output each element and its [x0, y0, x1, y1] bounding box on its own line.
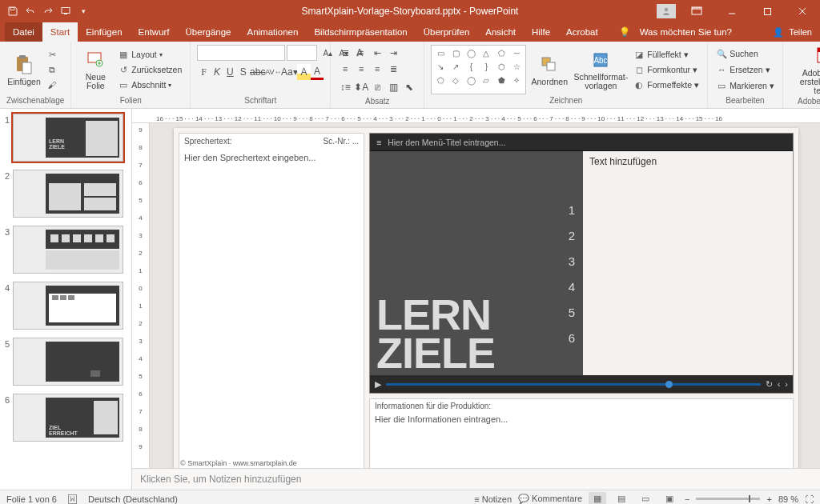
align-center-icon[interactable]: ≡: [353, 61, 369, 77]
thumb-6[interactable]: 6 ZIEL ERREICHT: [2, 394, 128, 442]
columns-icon[interactable]: ▥: [385, 79, 401, 95]
smartart-icon[interactable]: ⬉: [401, 79, 417, 95]
tab-file[interactable]: Datei: [5, 22, 42, 42]
numbering-icon[interactable]: ≡: [353, 45, 369, 61]
tab-slideshow[interactable]: Bildschirmpräsentation: [306, 22, 415, 42]
shape-outline-button[interactable]: ◻Formkontur ▾: [632, 62, 701, 77]
copy-button[interactable]: ⧉: [45, 62, 59, 77]
qat-dropdown-icon[interactable]: ▾: [75, 3, 91, 19]
fit-to-window-icon[interactable]: ⛶: [805, 494, 814, 504]
zoom-in-icon[interactable]: +: [766, 494, 771, 504]
tell-me[interactable]: Was möchten Sie tun?: [638, 22, 740, 42]
new-slide-button[interactable]: Neue Folie: [78, 45, 113, 94]
thumb-3[interactable]: 3: [2, 226, 128, 274]
format-painter-button[interactable]: 🖌: [45, 78, 59, 92]
slide-canvas[interactable]: Sprechertext:Sc.-Nr.: ... Hier den Sprec…: [150, 123, 820, 468]
select-button[interactable]: ▭Markieren ▾: [714, 78, 776, 94]
preview-menu-bar[interactable]: ≡Hier den Menü-Titel eintragen...: [370, 134, 793, 151]
sorter-view-icon[interactable]: ▤: [613, 492, 630, 505]
thumb-1[interactable]: 1 LERN ZIELE: [2, 114, 128, 162]
underline-button[interactable]: U: [223, 64, 236, 80]
clipboard-mini: ✂ ⧉ 🖌: [45, 45, 59, 94]
tab-help[interactable]: Hilfe: [524, 22, 558, 42]
reset-button[interactable]: ↺Zurücksetzen: [116, 62, 183, 77]
bullets-icon[interactable]: ≣: [337, 45, 353, 61]
shape-fill-button[interactable]: ◪Fülleffekt ▾: [632, 47, 701, 62]
zoom-out-icon[interactable]: −: [685, 494, 689, 504]
thumb-2[interactable]: 2: [2, 170, 128, 218]
account-icon[interactable]: [657, 4, 676, 18]
group-font: A▴ A▾ A̷ F K U S abc AV↔ Aa▾ A A Schrift…: [191, 42, 331, 108]
comments-toggle[interactable]: 💬 Kommentare: [518, 494, 582, 504]
font-family-select[interactable]: [197, 45, 285, 61]
thumb-5[interactable]: 5: [2, 338, 128, 386]
adobe-pdf-button[interactable]: Adobe PDF erstellen und teilen: [790, 45, 820, 95]
zoom-slider[interactable]: [696, 498, 760, 500]
layout-button[interactable]: ▦Layout ▾: [116, 47, 183, 62]
tab-acrobat[interactable]: Acrobat: [558, 22, 606, 42]
redo-icon[interactable]: [40, 3, 56, 19]
align-text-icon[interactable]: ⎚: [369, 79, 385, 95]
shape-effects-button[interactable]: ◐Formeffekte ▾: [632, 78, 701, 92]
replace-button[interactable]: ↔Ersetzen ▾: [714, 62, 776, 78]
align-left-icon[interactable]: ≡: [337, 61, 353, 77]
arrange-button[interactable]: Anordnen: [529, 45, 569, 94]
quick-styles-button[interactable]: Abc Schnellformat- vorlagen: [573, 45, 629, 94]
strike-button[interactable]: abc: [250, 64, 265, 80]
font-color-button[interactable]: A: [311, 64, 324, 80]
justify-icon[interactable]: ≣: [385, 61, 401, 77]
shapes-gallery[interactable]: ▭▢◯△⬠─ ↘↗{}⬡☆ ⬠◇◯▱⬟✧: [431, 45, 526, 94]
close-icon[interactable]: [785, 0, 820, 22]
replay-icon[interactable]: ↻: [766, 379, 773, 390]
speaker-text-box[interactable]: Sprechertext:Sc.-Nr.: ... Hier den Sprec…: [179, 133, 364, 468]
timeline-slider[interactable]: [386, 383, 761, 386]
text-direction-icon[interactable]: ⬍A: [353, 79, 369, 95]
reading-view-icon[interactable]: ▭: [637, 492, 654, 505]
group-paragraph: ≣ ≡ ⇤ ⇥ ≡ ≡ ≡ ≣ ↕≡ ⬍A ⎚ ▥ ⬉ Absatz: [331, 42, 424, 108]
align-right-icon[interactable]: ≡: [369, 61, 385, 77]
prev-icon[interactable]: ‹: [778, 379, 781, 389]
indent-left-icon[interactable]: ⇤: [369, 45, 385, 61]
language-status[interactable]: Deutsch (Deutschland): [88, 494, 178, 504]
thumb-4[interactable]: 4: [2, 282, 128, 330]
case-button[interactable]: Aa▾: [281, 64, 297, 80]
notes-toggle[interactable]: ≡ Notizen: [474, 494, 512, 504]
ribbon-display-icon[interactable]: [679, 0, 714, 22]
shadow-button[interactable]: S: [237, 64, 250, 80]
next-icon[interactable]: ›: [785, 379, 788, 389]
start-from-beginning-icon[interactable]: [58, 3, 74, 19]
spellcheck-icon[interactable]: 🅆: [68, 494, 77, 504]
normal-view-icon[interactable]: ▦: [589, 492, 606, 505]
bold-button[interactable]: F: [197, 64, 210, 80]
tab-review[interactable]: Überprüfen: [416, 22, 478, 42]
tab-animations[interactable]: Animationen: [239, 22, 306, 42]
cut-button[interactable]: ✂: [45, 47, 59, 62]
font-size-select[interactable]: [287, 45, 317, 61]
slideshow-view-icon[interactable]: ▣: [661, 492, 678, 505]
paste-button[interactable]: Einfügen: [6, 45, 42, 94]
tab-design[interactable]: Entwurf: [131, 22, 178, 42]
production-info-box[interactable]: Informationen für die Produktion: Hier d…: [369, 398, 794, 468]
indent-right-icon[interactable]: ⇥: [385, 45, 401, 61]
tab-view[interactable]: Ansicht: [477, 22, 524, 42]
content-area: 1 LERN ZIELE 2 3 4 5: [0, 109, 820, 490]
play-icon[interactable]: ▶: [375, 379, 381, 390]
share-button[interactable]: 👤Teilen: [773, 27, 812, 38]
section-button[interactable]: ▭Abschnitt ▾: [116, 78, 183, 92]
italic-button[interactable]: K: [211, 64, 223, 80]
zoom-level[interactable]: 89 %: [778, 494, 798, 504]
side-text-box[interactable]: Text hinzufügen: [583, 151, 793, 375]
spacing-button[interactable]: AV↔: [265, 64, 281, 80]
maximize-icon[interactable]: [750, 0, 785, 22]
notes-pane[interactable]: Klicken Sie, um Notizen hinzuzufügen: [132, 468, 820, 490]
highlight-button[interactable]: A: [297, 64, 310, 80]
find-button[interactable]: 🔍Suchen: [714, 46, 776, 62]
minimize-icon[interactable]: [714, 0, 750, 22]
line-spacing-icon[interactable]: ↕≡: [337, 79, 353, 95]
group-editing: 🔍Suchen ↔Ersetzen ▾ ▭Markieren ▾ Bearbei…: [708, 42, 783, 108]
autosave-icon[interactable]: [5, 3, 21, 19]
tab-start[interactable]: Start: [42, 22, 78, 42]
tab-transitions[interactable]: Übergänge: [178, 22, 239, 42]
tab-insert[interactable]: Einfügen: [78, 22, 130, 42]
undo-icon[interactable]: [22, 3, 38, 19]
